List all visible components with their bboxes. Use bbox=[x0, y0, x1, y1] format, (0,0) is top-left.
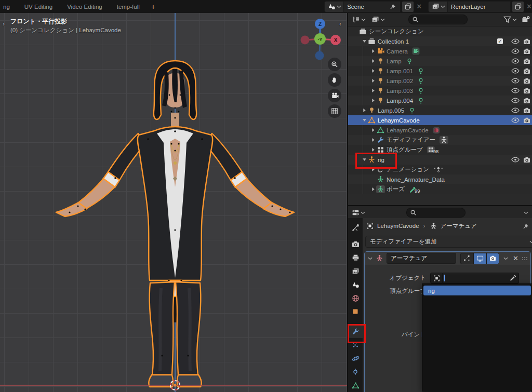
properties-tab-constraints[interactable] bbox=[348, 365, 363, 379]
scene-copy-button[interactable] bbox=[402, 1, 414, 12]
outliner-row-lamp[interactable]: Lamp bbox=[348, 56, 532, 66]
workspace-tab[interactable]: UV Editing bbox=[17, 0, 60, 13]
expand-icon[interactable] bbox=[361, 39, 367, 43]
expand-icon[interactable] bbox=[370, 98, 376, 103]
properties-search-input[interactable] bbox=[406, 208, 466, 218]
camera-icon[interactable] bbox=[523, 156, 531, 164]
filter-icon[interactable] bbox=[503, 16, 511, 24]
eye-icon[interactable] bbox=[511, 97, 520, 105]
expand-icon[interactable] bbox=[370, 138, 376, 142]
eye-icon[interactable] bbox=[511, 156, 520, 164]
zoom-tool-button[interactable] bbox=[328, 58, 341, 71]
outliner-row-[interactable]: ポーズ99 bbox=[348, 184, 532, 194]
properties-tab-object-data[interactable] bbox=[348, 379, 363, 392]
modifier-extras-icon[interactable] bbox=[503, 256, 509, 261]
breadcrumb-data-name[interactable]: アーマチュア bbox=[440, 222, 476, 230]
eye-icon[interactable] bbox=[511, 116, 520, 125]
expand-icon[interactable] bbox=[370, 49, 376, 53]
properties-tab-tool[interactable] bbox=[348, 221, 363, 234]
expand-icon[interactable] bbox=[361, 108, 367, 113]
renderlayer-unlink-button[interactable]: ✕ bbox=[524, 3, 532, 10]
outliner-row-[interactable]: モディファイアー bbox=[348, 135, 532, 145]
dropdown-item-rig[interactable]: rig bbox=[423, 286, 531, 295]
3d-viewport[interactable]: › ‹ フロント・平行投影 (0) シーンコレクション | LehaymCavo… bbox=[0, 13, 347, 392]
outliner-row-lamp003[interactable]: Lamp.003 bbox=[348, 86, 532, 96]
outliner-editor-type-icon[interactable] bbox=[352, 16, 360, 24]
edit-mode-toggle[interactable] bbox=[460, 253, 473, 264]
properties-editor-type-icon[interactable] bbox=[351, 209, 360, 217]
scene-browse-button[interactable] bbox=[324, 1, 344, 12]
outliner-row-lamp005[interactable]: Lamp.005 bbox=[348, 105, 532, 115]
outliner-search-input[interactable] bbox=[408, 15, 468, 24]
character-model[interactable] bbox=[0, 13, 347, 392]
properties-tab-render[interactable] bbox=[348, 237, 363, 251]
camera-icon[interactable] bbox=[523, 67, 531, 75]
workspace-tab[interactable]: Video Editing bbox=[60, 0, 110, 13]
outliner-row-lamp004[interactable]: Lamp.004 bbox=[348, 96, 532, 105]
properties-tab-scene[interactable] bbox=[348, 278, 363, 291]
outliner-row-lamp001[interactable]: Lamp.001 bbox=[348, 66, 532, 76]
eyedropper-icon[interactable] bbox=[509, 275, 516, 282]
breadcrumb-object-name[interactable]: LehaymCavode bbox=[377, 223, 419, 229]
properties-tab-view-layer[interactable] bbox=[348, 264, 363, 278]
expand-icon[interactable] bbox=[370, 88, 376, 93]
gizmo-minus-x-axis[interactable] bbox=[301, 36, 310, 45]
properties-options-icon[interactable] bbox=[524, 211, 529, 215]
outliner-row-lehaymcavode[interactable]: LehaymCavode bbox=[348, 115, 532, 125]
add-modifier-button[interactable]: モディファイアーを追加 bbox=[365, 236, 532, 248]
properties-tab-world[interactable] bbox=[348, 291, 363, 305]
eye-icon[interactable] bbox=[511, 67, 520, 75]
pin-icon[interactable] bbox=[389, 3, 397, 11]
eye-icon[interactable] bbox=[511, 106, 520, 115]
camera-icon[interactable] bbox=[523, 87, 531, 95]
workspace-tab[interactable]: ng bbox=[0, 0, 17, 13]
expand-icon[interactable] bbox=[370, 147, 376, 152]
collapse-icon[interactable] bbox=[368, 256, 373, 261]
properties-tab-object[interactable] bbox=[348, 305, 363, 318]
eye-icon[interactable] bbox=[511, 47, 520, 56]
camera-icon[interactable] bbox=[523, 57, 531, 65]
add-workspace-button[interactable]: + bbox=[147, 0, 159, 13]
scene-unlink-button[interactable]: ✕ bbox=[414, 3, 424, 10]
renderlayer-browse-button[interactable] bbox=[428, 1, 448, 12]
expand-icon[interactable] bbox=[370, 187, 376, 192]
expand-icon[interactable] bbox=[370, 59, 376, 63]
camera-icon[interactable] bbox=[523, 106, 531, 115]
outliner-row-camera[interactable]: Camera bbox=[348, 46, 532, 56]
realtime-display-toggle[interactable] bbox=[473, 253, 486, 264]
properties-tab-physics[interactable] bbox=[348, 352, 363, 365]
toggle-grid-button[interactable] bbox=[328, 104, 341, 118]
modifier-close-button[interactable]: ✕ bbox=[513, 254, 518, 262]
outliner-row-none_armature_data[interactable]: None_Armature_Data bbox=[348, 174, 532, 184]
expand-icon[interactable] bbox=[361, 118, 367, 122]
expand-icon[interactable] bbox=[370, 69, 376, 73]
eye-icon[interactable] bbox=[511, 87, 520, 95]
outliner-row-lamp002[interactable]: Lamp.002 bbox=[348, 76, 532, 86]
expand-icon[interactable] bbox=[370, 78, 376, 83]
pan-tool-button[interactable] bbox=[328, 73, 341, 87]
outliner-row-collection1[interactable]: Collection 1✓ bbox=[348, 36, 532, 46]
renderlayer-copy-button[interactable] bbox=[512, 1, 524, 12]
pin-icon[interactable] bbox=[522, 222, 530, 230]
3d-cursor[interactable] bbox=[168, 379, 182, 392]
modifier-name-field[interactable]: アーマチュア bbox=[387, 253, 456, 264]
render-display-toggle[interactable] bbox=[486, 253, 499, 264]
camera-icon[interactable] bbox=[523, 77, 531, 85]
outliner-row-lehaymcavode[interactable]: LehaymCavode bbox=[348, 125, 532, 135]
camera-icon[interactable] bbox=[523, 116, 531, 125]
eye-icon[interactable] bbox=[511, 77, 520, 85]
object-select-button[interactable] bbox=[430, 273, 443, 283]
camera-view-button[interactable] bbox=[328, 89, 341, 102]
renderlayer-name-field[interactable]: RenderLayer bbox=[448, 1, 511, 12]
gizmo-minus-z-axis[interactable] bbox=[315, 51, 324, 60]
eye-icon[interactable] bbox=[511, 37, 520, 46]
workspace-tab[interactable]: temp-full bbox=[110, 0, 147, 13]
drag-handle-icon[interactable] bbox=[522, 254, 528, 263]
selectable-checkbox[interactable]: ✓ bbox=[497, 38, 503, 44]
new-collection-icon[interactable] bbox=[522, 16, 530, 24]
eye-icon[interactable] bbox=[511, 57, 520, 65]
outliner-row-[interactable]: シーンコレクション bbox=[348, 26, 532, 36]
camera-icon[interactable] bbox=[523, 97, 531, 105]
scene-name-field[interactable]: Scene bbox=[344, 1, 401, 12]
properties-tab-output[interactable] bbox=[348, 251, 363, 264]
